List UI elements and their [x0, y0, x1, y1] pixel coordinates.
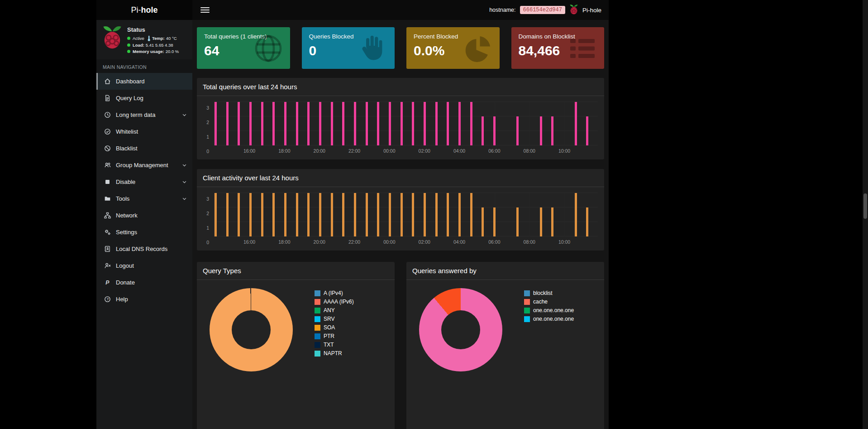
legend-item[interactable]: TXT	[315, 342, 354, 348]
total-queries-chart: 0123 16:0018:0020:0022:0000:0002:0004:00…	[203, 102, 598, 155]
client-activity-chart: 0123 16:0018:0020:0022:0000:0002:0004:00…	[203, 193, 598, 246]
sidebar-item-query-log[interactable]: Query Log	[96, 90, 192, 106]
legend-item[interactable]: ANY	[315, 307, 354, 313]
queries-answered-by-panel: Queries answered by blocklist cache one.…	[406, 262, 604, 429]
home-icon	[104, 78, 111, 85]
status-ok-icon	[127, 43, 130, 47]
legend-swatch	[315, 299, 320, 305]
sidebar-item-blacklist[interactable]: Blacklist	[96, 140, 192, 157]
brand-link[interactable]: Pi-hole	[96, 0, 192, 20]
topbar: Pi-hole hostname: 666154e2d947	[96, 0, 609, 20]
sidebar-item-local-dns-records[interactable]: Local DNS Records	[96, 241, 192, 257]
sidebar-item-tools[interactable]: Tools	[96, 190, 192, 207]
legend-item[interactable]: SRV	[315, 316, 354, 322]
panel-title: Queries answered by	[406, 262, 604, 280]
check-circle-icon	[104, 128, 111, 135]
scrollbar-track[interactable]	[863, 0, 868, 429]
status-ok-icon	[127, 50, 130, 53]
sidebar-item-help[interactable]: ? Help	[96, 291, 192, 308]
total-queries-panel: Total queries over last 24 hours 0123 16…	[197, 78, 604, 159]
legend-swatch	[524, 316, 530, 322]
hamburger-icon[interactable]	[200, 7, 210, 13]
legend-label: one.one.one.one	[533, 316, 574, 322]
total-queries-card: Total queries (1 clients) 64	[197, 27, 290, 69]
queries-answered-donut	[419, 288, 502, 371]
status-row-active: Active Temp: 40 °C	[127, 35, 179, 41]
legend-swatch	[315, 351, 320, 357]
x-axis: 16:0018:0020:0022:0000:0002:0004:0006:00…	[214, 147, 598, 155]
scrollbar-thumb[interactable]	[863, 193, 867, 219]
donut-hole	[441, 310, 480, 349]
legend-swatch	[524, 290, 530, 296]
hostname-badge: 666154e2d947	[520, 6, 565, 14]
queries-blocked-card: Queries Blocked 0	[302, 27, 395, 69]
sidebar-item-disable[interactable]: Disable	[96, 174, 192, 190]
legend-item[interactable]: AAAA (IPv6)	[315, 299, 354, 305]
temp-value: 40 °C	[166, 36, 177, 41]
sidebar-item-label: Query Log	[116, 95, 143, 101]
address-book-icon	[104, 246, 111, 252]
sidebar-item-network[interactable]: Network	[96, 207, 192, 224]
sidebar-item-label: Local DNS Records	[116, 246, 167, 252]
legend-item[interactable]: A (IPv4)	[315, 290, 354, 296]
product-name-link[interactable]: Pi-hole	[582, 7, 601, 14]
sidebar-item-group-management[interactable]: Group Management	[96, 157, 192, 174]
chevron-down-icon	[182, 179, 187, 184]
navbar: hostname: 666154e2d947 Pi-hole	[192, 0, 609, 20]
sidebar-item-donate[interactable]: P Donate	[96, 274, 192, 291]
main-content: Total queries (1 clients) 64 Queries Blo…	[192, 20, 609, 429]
legend-item[interactable]: one.one.one.one	[524, 307, 574, 313]
brand-text: Pi-hole	[131, 5, 157, 15]
sidebar-item-label: Long term data	[116, 111, 155, 118]
legend-item[interactable]: SOA	[315, 324, 354, 331]
status-panel: Status Active Temp: 40 °C Load: 5.41 5.6…	[96, 20, 192, 59]
hostname-label: hostname:	[489, 7, 515, 13]
sidebar-item-label: Whitelist	[116, 128, 138, 135]
sidebar-item-settings[interactable]: Settings	[96, 224, 192, 241]
legend-item[interactable]: PTR	[315, 333, 354, 339]
help-icon: ?	[104, 296, 111, 303]
status-ok-icon	[127, 37, 130, 40]
x-axis: 16:0018:0020:0022:0000:0002:0004:0006:00…	[214, 238, 598, 246]
legend-swatch	[524, 308, 530, 313]
temp-label: Temp:	[152, 36, 165, 41]
legend-swatch	[315, 342, 320, 348]
status-title: Status	[127, 26, 179, 33]
globe-icon	[252, 32, 285, 65]
chart-plot-area	[214, 193, 598, 236]
percent-blocked-card: Percent Blocked 0.0%	[406, 27, 500, 69]
sidebar-item-label: Disable	[116, 178, 135, 185]
network-icon	[104, 212, 111, 219]
sidebar: Status Active Temp: 40 °C Load: 5.41 5.6…	[96, 20, 192, 429]
legend-label: blocklist	[533, 290, 553, 296]
raspberry-icon	[569, 4, 578, 16]
legend-item[interactable]: NAPTR	[315, 350, 354, 357]
summary-cards: Total queries (1 clients) 64 Queries Blo…	[197, 27, 604, 69]
sidebar-item-dashboard[interactable]: Dashboard	[96, 73, 192, 90]
legend-label: TXT	[324, 342, 334, 348]
pie-chart-icon	[462, 32, 494, 65]
status-row-memory: Memory usage: 20.0 %	[127, 49, 179, 54]
clock-icon	[104, 111, 111, 118]
panel-title: Client activity over last 24 hours	[197, 169, 604, 187]
sidebar-item-long-term-data[interactable]: Long term data	[96, 106, 192, 123]
thermometer-icon	[147, 35, 151, 41]
svg-text:?: ?	[106, 297, 109, 301]
legend-item[interactable]: cache	[524, 299, 574, 305]
query-types-donut	[210, 288, 293, 371]
ban-icon	[104, 145, 111, 152]
stop-icon	[104, 179, 111, 185]
client-activity-panel: Client activity over last 24 hours 0123 …	[197, 169, 604, 251]
legend-item[interactable]: blocklist	[524, 290, 574, 296]
legend-swatch	[524, 299, 530, 305]
legend-swatch	[315, 316, 320, 322]
sidebar-item-whitelist[interactable]: Whitelist	[96, 123, 192, 140]
legend-label: AAAA (IPv6)	[324, 299, 354, 305]
memory-label: Memory usage:	[133, 49, 164, 54]
legend-item[interactable]: one.one.one.one	[524, 316, 574, 322]
load-label: Load:	[133, 43, 144, 48]
y-axis: 0123	[203, 108, 212, 151]
sidebar-item-label: Logout	[116, 262, 134, 269]
sidebar-item-logout[interactable]: Logout	[96, 257, 192, 274]
y-axis: 0123	[203, 199, 212, 242]
